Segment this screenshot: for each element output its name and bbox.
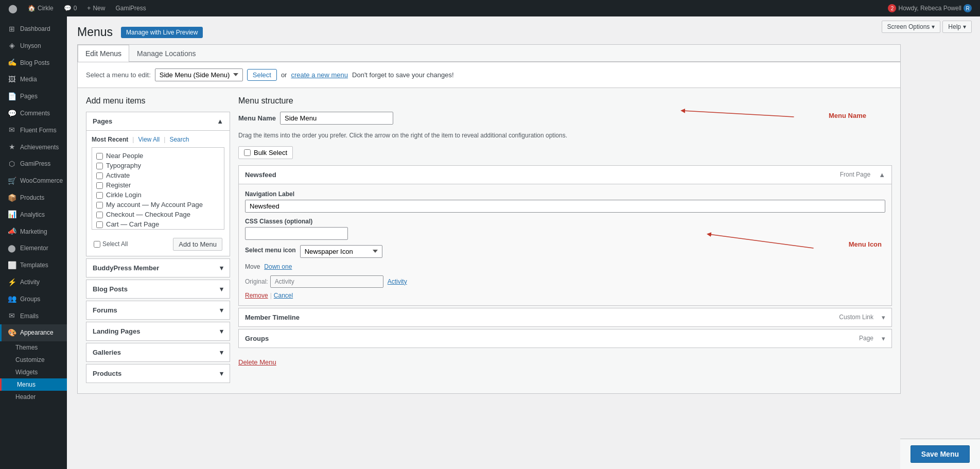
page-checkbox-cart[interactable] <box>96 221 103 228</box>
landing-pages-accordion-header[interactable]: Landing Pages ▾ <box>86 322 230 340</box>
analytics-label: Analytics <box>20 211 45 219</box>
gamipress-item[interactable]: GamiPress <box>111 0 150 16</box>
sidebar-item-comments[interactable]: 💬 Comments <box>0 105 67 122</box>
screen-options-button[interactable]: Screen Options ▾ <box>882 21 941 33</box>
page-checkbox-my-account[interactable] <box>96 202 103 209</box>
sidebar-item-products[interactable]: 📦 Products <box>0 189 67 206</box>
remove-link[interactable]: Remove <box>245 292 268 299</box>
menu-structure-title: Menu structure <box>238 96 892 106</box>
galleries-accordion: Galleries ▾ <box>86 343 230 362</box>
filter-search[interactable]: Search <box>169 136 189 143</box>
sidebar-item-templates[interactable]: ⬜ Templates <box>0 257 67 274</box>
user-greeting[interactable]: 2 Howdy, Rebeca Powell R <box>884 0 976 16</box>
newsfeed-expand-icon[interactable]: ▲ <box>879 171 885 179</box>
activity-link[interactable]: Activity <box>388 278 407 285</box>
comments-item[interactable]: 💬 0 <box>60 0 81 16</box>
bulk-select-checkbox[interactable] <box>244 149 251 156</box>
page-checkbox-typography[interactable] <box>96 163 103 169</box>
newsfeed-header[interactable]: Newsfeed Front Page ▲ <box>239 166 891 184</box>
filter-view-all[interactable]: View All <box>138 136 160 143</box>
sidebar-item-woocommerce[interactable]: 🛒 WooCommerce <box>0 172 67 189</box>
sidebar-item-widgets[interactable]: Widgets <box>0 366 67 378</box>
sidebar-item-media[interactable]: 🖼 Media <box>0 71 67 88</box>
forums-chevron: ▾ <box>220 306 223 314</box>
select-all-label[interactable]: Select All <box>94 240 128 248</box>
sidebar-item-emails[interactable]: ✉ Emails <box>0 308 67 325</box>
page-checkbox-activate[interactable] <box>96 172 103 179</box>
create-new-menu-link[interactable]: create a new menu <box>291 71 348 79</box>
nav-label-input[interactable] <box>245 200 885 213</box>
sidebar-item-achievements[interactable]: ★ Achievements <box>0 139 67 156</box>
templates-label: Templates <box>20 261 48 270</box>
delete-menu-link[interactable]: Delete Menu <box>238 358 276 366</box>
groups-expand-icon[interactable]: ▾ <box>882 335 885 342</box>
sidebar-item-customize[interactable]: Customize <box>0 354 67 366</box>
page-checkbox-cirkle-login[interactable] <box>96 192 103 199</box>
sidebar-item-header[interactable]: Header <box>0 391 67 403</box>
buddypress-accordion-header[interactable]: BuddyPress Member ▾ <box>86 259 230 277</box>
sidebar-item-activity[interactable]: ⚡ Activity <box>0 274 67 291</box>
newsfeed-title: Newsfeed <box>245 171 276 179</box>
move-down-link[interactable]: Down one <box>264 263 292 270</box>
customize-label: Customize <box>15 356 45 363</box>
bulk-select-button[interactable]: Bulk Select <box>238 146 293 159</box>
page-label-near-people: Near People <box>106 152 143 160</box>
add-menu-items-panel: Add menu items Pages ▲ Most Recent <box>86 96 230 385</box>
member-timeline-expand-icon[interactable]: ▾ <box>882 314 885 321</box>
tab-manage-locations[interactable]: Manage Locations <box>129 45 203 62</box>
live-preview-button[interactable]: Manage with Live Preview <box>121 27 203 38</box>
menu-select-dropdown[interactable]: Side Menu (Side Menu) <box>155 68 243 81</box>
list-item: Cirkle Login <box>96 191 220 199</box>
move-row: Move Down one <box>245 263 885 270</box>
select-all-checkbox[interactable] <box>94 241 100 248</box>
sidebar-item-appearance[interactable]: 🎨 Appearance <box>0 324 67 341</box>
wp-logo[interactable]: ⬤ <box>4 0 22 16</box>
sidebar-item-groups[interactable]: 👥 Groups <box>0 291 67 308</box>
tab-edit-menus[interactable]: Edit Menus <box>78 45 129 62</box>
save-menu-button[interactable]: Save Menu <box>911 445 970 463</box>
groups-header[interactable]: Groups Page ▾ <box>239 329 891 348</box>
sidebar-item-blog-posts[interactable]: ✍ Blog Posts <box>0 55 67 72</box>
menus-header: Edit Menus Manage Locations <box>78 45 900 62</box>
member-timeline-header[interactable]: Member Timeline Custom Link ▾ <box>239 308 891 326</box>
sidebar-item-pages[interactable]: 📄 Pages <box>0 88 67 105</box>
sidebar-item-gamipress[interactable]: ⬡ GamiPress <box>0 155 67 172</box>
sidebar-item-analytics[interactable]: 📊 Analytics <box>0 206 67 223</box>
galleries-chevron: ▾ <box>220 349 223 356</box>
sidebar-item-menus[interactable]: Menus <box>0 378 67 391</box>
sidebar-item-fluent-forms[interactable]: ✉ Fluent Forms <box>0 122 67 139</box>
sidebar-item-themes[interactable]: Themes <box>0 341 67 354</box>
menu-name-input[interactable] <box>280 112 393 125</box>
sidebar-item-unyson[interactable]: ◈ Unyson <box>0 38 67 55</box>
new-item[interactable]: + New <box>83 0 109 16</box>
member-timeline-title: Member Timeline <box>245 314 300 321</box>
galleries-accordion-header[interactable]: Galleries ▾ <box>86 343 230 361</box>
pages-accordion-header[interactable]: Pages ▲ <box>86 112 230 130</box>
products-accordion-header[interactable]: Products ▾ <box>86 364 230 383</box>
help-button[interactable]: Help ▾ <box>942 21 972 33</box>
filter-sep-1: | <box>132 136 134 143</box>
gamipress-icon: ⬡ <box>8 160 16 168</box>
site-name[interactable]: 🏠 Cirkle <box>24 0 58 16</box>
menu-icon-select[interactable]: Newspaper Icon <box>300 245 382 258</box>
sidebar-item-elementor[interactable]: ⬤ Elementor <box>0 240 67 257</box>
list-item: Typography <box>96 162 220 169</box>
page-checkbox-near-people[interactable] <box>96 153 103 160</box>
forums-accordion-header[interactable]: Forums ▾ <box>86 301 230 319</box>
nav-label-label: Navigation Label <box>245 190 885 198</box>
filter-most-recent[interactable]: Most Recent <box>92 136 128 143</box>
page-checkbox-checkout[interactable] <box>96 212 103 218</box>
sidebar-item-dashboard[interactable]: ⊞ Dashboard <box>0 21 67 38</box>
blog-posts-accordion-header[interactable]: Blog Posts ▾ <box>86 280 230 298</box>
page-checkbox-register[interactable] <box>96 182 103 189</box>
groups-type: Page <box>859 335 873 342</box>
select-menu-row: Select a menu to edit: Side Menu (Side M… <box>78 62 900 88</box>
blog-posts-label: Blog Posts <box>20 59 49 67</box>
action-sep: | <box>270 292 272 299</box>
select-button[interactable]: Select <box>247 69 277 81</box>
sidebar-item-marketing[interactable]: 📣 Marketing <box>0 223 67 240</box>
media-label: Media <box>20 75 37 84</box>
cancel-link[interactable]: Cancel <box>274 292 293 299</box>
add-to-menu-button[interactable]: Add to Menu <box>173 238 222 251</box>
css-classes-input[interactable] <box>245 227 348 240</box>
